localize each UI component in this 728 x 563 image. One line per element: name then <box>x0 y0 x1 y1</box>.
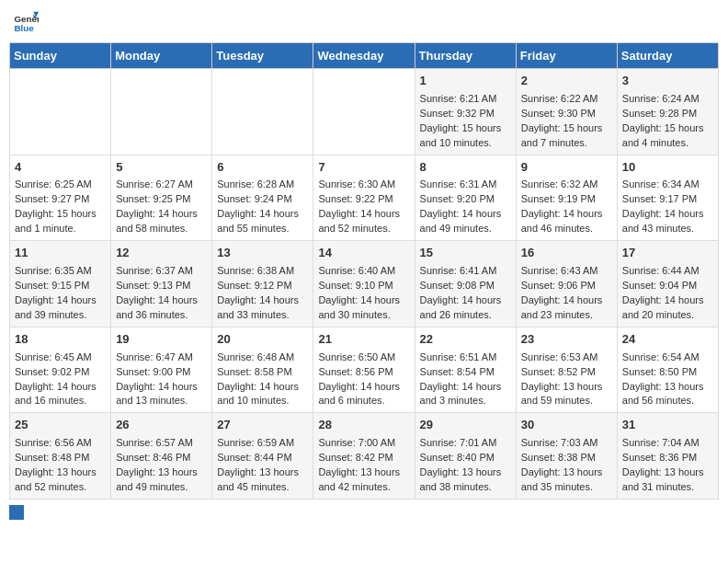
day-info: Sunrise: 6:50 AM <box>318 350 409 365</box>
weekday-header-monday: Monday <box>111 43 212 69</box>
day-info: Sunrise: 6:56 AM <box>15 436 106 451</box>
calendar-cell: 20Sunrise: 6:48 AMSunset: 8:58 PMDayligh… <box>212 327 313 413</box>
day-number: 1 <box>420 73 511 90</box>
calendar-cell: 15Sunrise: 6:41 AMSunset: 9:08 PMDayligh… <box>415 241 516 327</box>
day-info: Sunrise: 6:47 AM <box>116 350 207 365</box>
day-number: 21 <box>318 331 409 349</box>
day-info: Daylight: 14 hours <box>217 293 308 308</box>
calendar-cell: 11Sunrise: 6:35 AMSunset: 9:15 PMDayligh… <box>10 241 111 327</box>
day-info: and 3 minutes. <box>420 394 511 408</box>
day-info: Sunset: 8:44 PM <box>217 451 308 465</box>
day-info: and 38 minutes. <box>420 480 511 495</box>
day-info: and 52 minutes. <box>318 222 409 236</box>
calendar-cell: 4Sunrise: 6:25 AMSunset: 9:27 PMDaylight… <box>10 155 111 241</box>
day-number: 16 <box>521 245 612 262</box>
day-info: Sunrise: 6:37 AM <box>116 264 207 279</box>
day-info: Sunset: 8:54 PM <box>420 365 511 380</box>
day-info: Daylight: 14 hours <box>116 380 207 395</box>
day-info: and 1 minute. <box>15 222 106 236</box>
day-number: 3 <box>622 73 713 90</box>
day-info: Sunrise: 6:27 AM <box>116 178 207 192</box>
day-info: Sunset: 9:32 PM <box>420 107 511 121</box>
calendar-cell: 22Sunrise: 6:51 AMSunset: 8:54 PMDayligh… <box>415 327 516 413</box>
calendar-cell: 7Sunrise: 6:30 AMSunset: 9:22 PMDaylight… <box>313 155 415 241</box>
calendar-cell: 18Sunrise: 6:45 AMSunset: 9:02 PMDayligh… <box>10 327 111 413</box>
day-info: Daylight: 14 hours <box>217 207 308 222</box>
day-info: and 58 minutes. <box>116 222 207 236</box>
day-info: Daylight: 13 hours <box>420 465 511 480</box>
day-info: Sunrise: 6:57 AM <box>116 436 207 451</box>
day-info: and 43 minutes. <box>622 222 713 236</box>
calendar-cell: 25Sunrise: 6:56 AMSunset: 8:48 PMDayligh… <box>10 413 111 500</box>
calendar-cell: 24Sunrise: 6:54 AMSunset: 8:50 PMDayligh… <box>617 327 718 413</box>
day-number: 15 <box>420 245 511 262</box>
day-info: Sunrise: 6:43 AM <box>521 264 612 279</box>
day-info: and 10 minutes. <box>420 136 511 151</box>
calendar-cell: 9Sunrise: 6:32 AMSunset: 9:19 PMDaylight… <box>516 155 617 241</box>
calendar-cell <box>10 69 111 155</box>
day-info: Daylight: 14 hours <box>622 207 713 222</box>
day-info: Daylight: 13 hours <box>116 465 207 480</box>
day-number: 27 <box>217 417 308 434</box>
day-info: Daylight: 14 hours <box>420 207 511 222</box>
day-info: and 23 minutes. <box>521 308 612 323</box>
day-number: 9 <box>521 159 612 177</box>
day-info: Sunrise: 7:01 AM <box>420 436 511 451</box>
day-number: 4 <box>15 159 106 177</box>
day-info: Sunrise: 6:34 AM <box>622 178 713 192</box>
day-info: Sunset: 8:56 PM <box>318 365 409 380</box>
day-number: 17 <box>622 245 713 262</box>
svg-text:Blue: Blue <box>14 23 34 33</box>
day-info: Sunset: 9:27 PM <box>15 192 106 207</box>
day-number: 6 <box>217 159 308 177</box>
day-info: Sunset: 9:19 PM <box>521 192 612 207</box>
calendar-cell: 13Sunrise: 6:38 AMSunset: 9:12 PMDayligh… <box>212 241 313 327</box>
day-number: 23 <box>521 331 612 349</box>
weekday-header-tuesday: Tuesday <box>212 43 313 69</box>
day-number: 2 <box>521 73 612 90</box>
day-info: Daylight: 13 hours <box>521 465 612 480</box>
calendar-week-5: 25Sunrise: 6:56 AMSunset: 8:48 PMDayligh… <box>10 413 719 500</box>
day-info: and 42 minutes. <box>318 480 409 495</box>
day-info: and 30 minutes. <box>318 308 409 323</box>
day-info: Daylight: 14 hours <box>521 293 612 308</box>
day-info: Daylight: 13 hours <box>217 465 308 480</box>
day-number: 7 <box>318 159 409 177</box>
day-info: Sunrise: 6:41 AM <box>420 264 511 279</box>
day-info: and 31 minutes. <box>622 480 713 495</box>
calendar-cell: 10Sunrise: 6:34 AMSunset: 9:17 PMDayligh… <box>617 155 718 241</box>
day-info: Sunset: 9:08 PM <box>420 279 511 293</box>
day-info: Daylight: 14 hours <box>622 293 713 308</box>
calendar-cell: 17Sunrise: 6:44 AMSunset: 9:04 PMDayligh… <box>617 241 718 327</box>
calendar-week-3: 11Sunrise: 6:35 AMSunset: 9:15 PMDayligh… <box>10 241 719 327</box>
day-number: 24 <box>622 331 713 349</box>
day-number: 22 <box>420 331 511 349</box>
day-info: Daylight: 13 hours <box>521 380 612 395</box>
day-info: Sunset: 9:02 PM <box>15 365 106 380</box>
day-number: 29 <box>420 417 511 434</box>
day-number: 18 <box>15 331 106 349</box>
calendar-cell: 30Sunrise: 7:03 AMSunset: 8:38 PMDayligh… <box>516 413 617 500</box>
day-info: and 16 minutes. <box>15 394 106 408</box>
day-info: Daylight: 15 hours <box>622 121 713 136</box>
day-info: Sunset: 9:10 PM <box>318 279 409 293</box>
calendar-table: SundayMondayTuesdayWednesdayThursdayFrid… <box>9 42 719 500</box>
day-number: 31 <box>622 417 713 434</box>
calendar-cell: 3Sunrise: 6:24 AMSunset: 9:28 PMDaylight… <box>617 69 718 155</box>
calendar-week-2: 4Sunrise: 6:25 AMSunset: 9:27 PMDaylight… <box>10 155 719 241</box>
day-info: Sunrise: 6:21 AM <box>420 92 511 107</box>
day-info: Daylight: 13 hours <box>318 465 409 480</box>
day-info: Sunset: 9:17 PM <box>622 192 713 207</box>
day-number: 8 <box>420 159 511 177</box>
day-info: and 49 minutes. <box>420 222 511 236</box>
calendar-cell: 21Sunrise: 6:50 AMSunset: 8:56 PMDayligh… <box>313 327 415 413</box>
day-info: Sunrise: 6:53 AM <box>521 350 612 365</box>
day-info: Sunset: 8:50 PM <box>622 365 713 380</box>
day-info: Sunset: 8:36 PM <box>622 451 713 465</box>
legend <box>9 505 719 520</box>
day-info: Daylight: 14 hours <box>420 380 511 395</box>
logo-icon: General Blue <box>13 9 39 35</box>
day-number: 26 <box>116 417 207 434</box>
day-number: 10 <box>622 159 713 177</box>
weekday-header-saturday: Saturday <box>617 43 718 69</box>
